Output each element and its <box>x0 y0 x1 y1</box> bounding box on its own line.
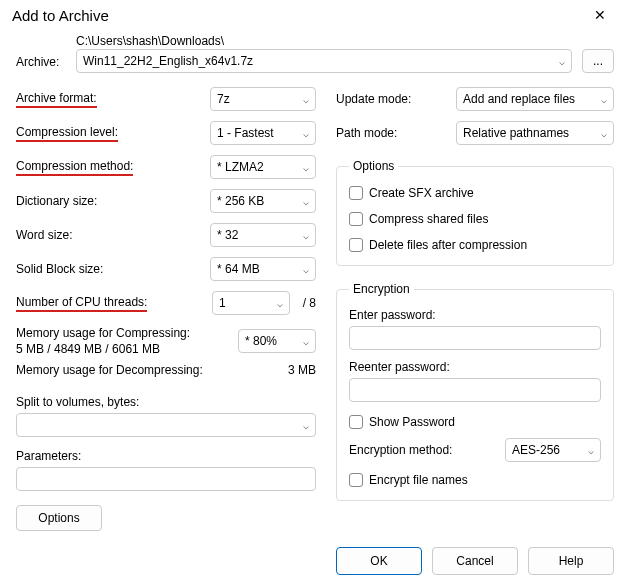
checkbox-icon <box>349 238 363 252</box>
show-password-checkbox[interactable]: Show Password <box>349 412 601 432</box>
chevron-down-icon: ⌵ <box>601 128 607 139</box>
titlebar: Add to Archive ✕ <box>0 0 626 30</box>
sfx-checkbox[interactable]: Create SFX archive <box>349 183 601 203</box>
browse-button[interactable]: ... <box>582 49 614 73</box>
chevron-down-icon: ⌵ <box>303 162 309 173</box>
chevron-down-icon: ⌵ <box>303 230 309 241</box>
close-icon: ✕ <box>594 7 606 23</box>
archive-row: Archive: C:\Users\shash\Downloads\ Win11… <box>16 34 614 73</box>
compression-level-combo[interactable]: 1 - Fastest ⌵ <box>210 121 316 145</box>
options-legend: Options <box>349 159 398 173</box>
solid-block-size-combo[interactable]: * 64 MB ⌵ <box>210 257 316 281</box>
chevron-down-icon: ⌵ <box>601 94 607 105</box>
chevron-down-icon: ⌵ <box>303 336 309 347</box>
ok-button[interactable]: OK <box>336 547 422 575</box>
mem-compress-label: Memory usage for Compressing: 5 MB / 484… <box>16 325 238 357</box>
mem-decompress-label: Memory usage for Decompressing: <box>16 363 203 377</box>
cancel-button[interactable]: Cancel <box>432 547 518 575</box>
archive-file-combo[interactable]: Win11_22H2_English_x64v1.7z ⌵ <box>76 49 572 73</box>
delete-after-checkbox[interactable]: Delete files after compression <box>349 235 601 255</box>
encryption-method-label: Encryption method: <box>349 443 505 457</box>
enter-password-label: Enter password: <box>349 308 601 322</box>
right-column: Update mode: Add and replace files ⌵ Pat… <box>336 87 614 531</box>
mem-compress-combo[interactable]: * 80% ⌵ <box>238 329 316 353</box>
compression-method-label: Compression method: <box>16 159 210 176</box>
encrypt-filenames-checkbox[interactable]: Encrypt file names <box>349 470 601 490</box>
encryption-legend: Encryption <box>349 282 414 296</box>
shared-files-checkbox[interactable]: Compress shared files <box>349 209 601 229</box>
dictionary-size-combo[interactable]: * 256 KB ⌵ <box>210 189 316 213</box>
solid-block-size-label: Solid Block size: <box>16 262 210 276</box>
checkbox-icon <box>349 212 363 226</box>
browse-label: ... <box>593 54 603 68</box>
checkbox-icon <box>349 473 363 487</box>
chevron-down-icon: ⌵ <box>277 298 283 309</box>
chevron-down-icon: ⌵ <box>303 420 309 431</box>
cpu-threads-label: Number of CPU threads: <box>16 295 206 312</box>
reenter-password-label: Reenter password: <box>349 360 601 374</box>
archive-file-value: Win11_22H2_English_x64v1.7z <box>83 54 253 68</box>
mem-decompress-value: 3 MB <box>288 363 316 377</box>
window-title: Add to Archive <box>12 7 109 24</box>
dialog-content: Archive: C:\Users\shash\Downloads\ Win11… <box>0 30 626 539</box>
compression-method-combo[interactable]: * LZMA2 ⌵ <box>210 155 316 179</box>
checkbox-icon <box>349 415 363 429</box>
word-size-label: Word size: <box>16 228 210 242</box>
chevron-down-icon: ⌵ <box>588 445 594 456</box>
parameters-label: Parameters: <box>16 449 316 463</box>
encryption-group: Encryption Enter password: Reenter passw… <box>336 282 614 501</box>
options-button[interactable]: Options <box>16 505 102 531</box>
chevron-down-icon: ⌵ <box>303 196 309 207</box>
archive-label: Archive: <box>16 55 66 73</box>
cpu-threads-total: / 8 <box>296 296 316 310</box>
encryption-method-combo[interactable]: AES-256 ⌵ <box>505 438 601 462</box>
path-mode-combo[interactable]: Relative pathnames ⌵ <box>456 121 614 145</box>
cpu-threads-combo[interactable]: 1 ⌵ <box>212 291 290 315</box>
left-column: Archive format: 7z ⌵ Compression level: … <box>16 87 316 531</box>
archive-path-text: C:\Users\shash\Downloads\ <box>76 34 572 48</box>
dictionary-size-label: Dictionary size: <box>16 194 210 208</box>
update-mode-label: Update mode: <box>336 92 456 106</box>
close-button[interactable]: ✕ <box>578 0 622 30</box>
chevron-down-icon: ⌵ <box>303 94 309 105</box>
split-volumes-label: Split to volumes, bytes: <box>16 395 316 409</box>
path-mode-label: Path mode: <box>336 126 456 140</box>
add-to-archive-dialog: Add to Archive ✕ Archive: C:\Users\shash… <box>0 0 626 576</box>
chevron-down-icon: ⌵ <box>303 264 309 275</box>
word-size-combo[interactable]: * 32 ⌵ <box>210 223 316 247</box>
chevron-down-icon: ⌵ <box>303 128 309 139</box>
reenter-password-input[interactable] <box>349 378 601 402</box>
help-button[interactable]: Help <box>528 547 614 575</box>
split-volumes-combo[interactable]: ⌵ <box>16 413 316 437</box>
columns: Archive format: 7z ⌵ Compression level: … <box>16 87 614 531</box>
compression-level-label: Compression level: <box>16 125 210 142</box>
archive-format-combo[interactable]: 7z ⌵ <box>210 87 316 111</box>
options-group: Options Create SFX archive Compress shar… <box>336 159 614 266</box>
enter-password-input[interactable] <box>349 326 601 350</box>
parameters-input[interactable] <box>16 467 316 491</box>
update-mode-combo[interactable]: Add and replace files ⌵ <box>456 87 614 111</box>
dialog-footer: OK Cancel Help <box>0 539 626 576</box>
chevron-down-icon: ⌵ <box>559 56 565 67</box>
archive-format-label: Archive format: <box>16 91 210 108</box>
checkbox-icon <box>349 186 363 200</box>
archive-main: C:\Users\shash\Downloads\ Win11_22H2_Eng… <box>76 34 572 73</box>
